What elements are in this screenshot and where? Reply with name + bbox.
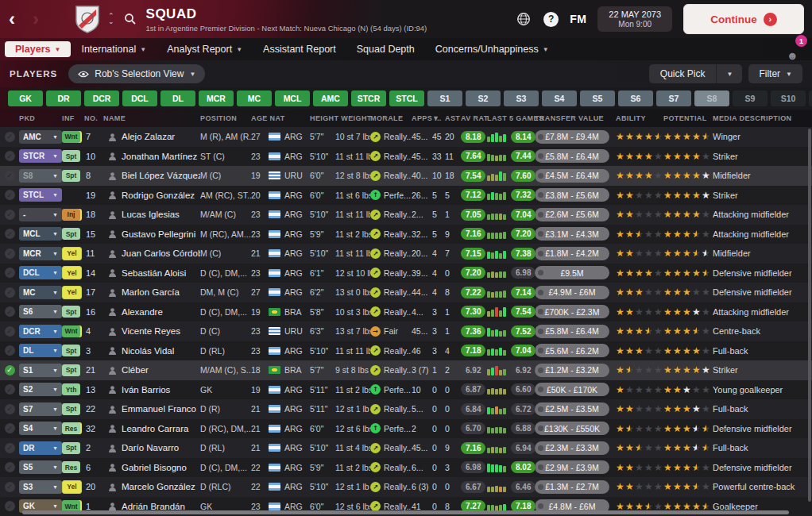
picked-cell[interactable]: ✓ [0,443,19,453]
player-row[interactable]: ✓ DL▼ Spt 3 Nicolás Vidal D (RL) 23 ARG … [0,341,812,361]
player-row[interactable]: ✓ DCL▼ Yel 14 Sebastián Aloisi D (C), DM… [0,264,812,283]
picked-cell[interactable]: ✓ [0,229,19,239]
player-name-cell[interactable]: Gabriel Bisogno [103,463,200,472]
position-select-cell[interactable]: DCL▼ [19,266,62,279]
position-select-cell[interactable]: STCR▼ [19,149,62,163]
player-row[interactable]: ✓ AMC▼ Wnt 7 Alejo Zalazar M (R), AM (R.… [0,127,812,147]
column-header-transfer-value[interactable]: TRANSFER VALUE [535,114,616,122]
info-cell[interactable]: Spt [62,228,84,240]
transfer-value-cell[interactable]: £1.8M - £4.2M [535,247,616,260]
info-cell[interactable]: Spt [62,403,84,415]
info-cell[interactable]: Spt [62,442,84,454]
player-name-cell[interactable]: Marlon García [103,287,200,297]
player-name-cell[interactable]: Rodrigo González [103,191,200,200]
info-cell[interactable]: Yel [62,286,84,299]
info-cell[interactable]: Spt [62,170,84,182]
column-header-no-[interactable]: NO. [84,114,103,122]
player-row[interactable]: ✓ DCR▼ Wnt 4 Vicente Reyes D (C) 23 URU … [0,322,812,341]
info-cell[interactable]: Wnt [62,131,84,143]
position-filter-mc[interactable]: MC [237,90,272,106]
picked-cell[interactable]: ✓ [0,132,19,142]
picked-cell[interactable]: ✓ [0,501,19,511]
position-filter-s10[interactable]: S10 [771,90,806,106]
transfer-value-cell[interactable]: £50K - £170K [535,383,616,396]
position-select-cell[interactable]: STCL▼ [19,188,62,202]
transfer-value-cell[interactable]: £1.3M - £2.7M [535,480,616,494]
info-cell[interactable]: Wnt [62,325,84,337]
vertical-scrollbar[interactable] [808,129,811,502]
picked-cell[interactable]: ✓ [0,151,19,161]
transfer-value-cell[interactable]: £2.9M - £3.9M [535,460,616,474]
transfer-value-cell[interactable]: £130K - £550K [535,422,616,435]
transfer-value-cell[interactable]: £5.8M - £6.4M [535,149,616,163]
info-cell[interactable]: Yel [62,247,84,260]
column-header-morale[interactable]: MORALE [370,114,412,122]
player-name-cell[interactable]: Alejo Zalazar [103,132,200,141]
quick-pick-button[interactable]: Quick Pick ▼ [649,64,743,83]
info-cell[interactable]: Inj [62,209,84,221]
player-row[interactable]: ✓ S2▼ Yth 13 Iván Barrios GK 19 ARG 5'11… [0,380,812,400]
nav-item-assistant-report[interactable]: Assistant Report [253,41,346,57]
picked-cell[interactable]: ✓ [0,384,19,395]
column-header-name[interactable]: NAME [103,114,200,122]
player-name-cell[interactable]: Leandro Carrara [103,424,200,433]
player-row[interactable]: ✓ S6▼ Spt 16 Alexandre D (C), DM,... 19 … [0,302,812,322]
transfer-value-cell[interactable]: £2.3M - £3.3M [535,441,616,455]
position-select-cell[interactable]: S2▼ [19,383,62,396]
picked-cell[interactable]: ✓ [0,326,19,337]
column-header--[interactable]: ▼ [432,114,445,122]
game-date[interactable]: 22 MAY 2073 Mon 9:00 [597,6,672,32]
column-header-media-description[interactable]: MEDIA DESCRIPTION [713,114,812,122]
position-select-cell[interactable]: DR▼ [19,441,62,455]
player-row[interactable]: ✓ S7▼ Spt 22 Emmanuel Franco D (R) 21 AR… [0,399,812,419]
filter-button[interactable]: Filter ▼ [748,64,802,83]
position-select-cell[interactable]: S7▼ [19,402,62,416]
column-header-potential[interactable]: POTENTIAL [663,114,713,122]
player-row[interactable]: ✓ STCL▼ 19 Rodrigo González AM (RC), ST.… [0,186,812,206]
player-row[interactable]: ✓ S1▼ Spt 21 Cléber M/AM (C), S... 18 BR… [0,360,812,380]
position-select-cell[interactable]: S5▼ [19,460,62,474]
picked-cell[interactable]: ✓ [0,482,19,492]
position-filter-dl[interactable]: DL [160,90,195,106]
transfer-value-cell[interactable]: £7.8M - £9.4M [535,130,616,144]
picked-cell[interactable]: ✓ [0,268,19,278]
position-filter-s9[interactable]: S9 [733,90,768,106]
info-cell[interactable]: Res [62,422,84,434]
transfer-value-cell[interactable]: £4.5M - £6.4M [535,169,616,183]
picked-cell[interactable]: ✓ [0,462,19,472]
continue-button[interactable]: Continue › [683,4,804,34]
horizontal-scrollbar[interactable] [22,510,789,514]
transfer-value-cell[interactable]: £4.9M - £6M [535,286,616,299]
player-name-cell[interactable]: Iván Barrios [103,385,200,395]
position-filter-s6[interactable]: S6 [618,90,653,106]
position-filter-s2[interactable]: S2 [466,90,501,106]
info-cell[interactable]: Yth [62,383,84,395]
column-header-position[interactable]: POSITION [200,114,251,122]
position-select-cell[interactable]: DL▼ [19,344,62,357]
transfer-value-cell[interactable]: £9.5M [535,266,616,279]
picked-cell[interactable]: ✓ [0,345,19,356]
forward-button[interactable]: › [24,1,48,37]
position-filter-s8[interactable]: S8 [694,90,729,106]
nav-item-squad-depth[interactable]: Squad Depth [346,41,425,57]
position-select-cell[interactable]: S6▼ [19,305,62,318]
column-header-apps-[interactable]: APPS ... [412,114,432,122]
picked-cell[interactable]: ✓ [0,190,19,200]
info-cell[interactable]: Res [62,461,84,473]
position-filter-stcr[interactable]: STCR [351,90,386,106]
transfer-value-cell[interactable]: £5.8M - £6.4M [535,325,616,338]
nav-item-concerns-unhappiness[interactable]: Concerns/Unhappiness▼ [425,41,559,57]
position-select-cell[interactable]: AMC▼ [19,130,62,144]
position-select-cell[interactable]: MCR▼ [19,247,62,260]
picked-cell[interactable]: ✓ [0,171,19,181]
info-cell[interactable]: Yel [62,266,84,279]
position-filter-mcr[interactable]: MCR [199,90,234,106]
player-name-cell[interactable]: Adrián Brandán [103,502,200,511]
column-header-age-nat[interactable]: AGE NAT [251,114,310,122]
player-row[interactable]: ✓ S5▼ Res 6 Gabriel Bisogno D (C), DM,..… [0,458,812,478]
transfer-value-cell[interactable]: £5.6M - £6.2M [535,344,616,357]
player-row[interactable]: ✓ MCL▼ Spt 15 Gustavo Pellegrini M (RC),… [0,225,812,245]
column-header-av-rat[interactable]: AV RAT [461,114,487,122]
header-expander[interactable]: ⌃⌄ [108,13,114,25]
quick-pick-dropdown[interactable]: ▼ [716,64,742,83]
